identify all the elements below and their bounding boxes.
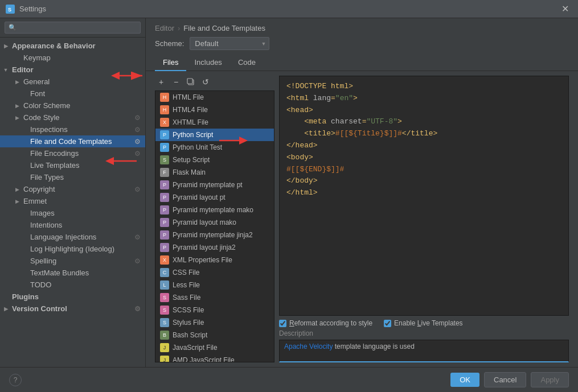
sidebar-item-appearance[interactable]: Appearance & Behavior [0,40,145,52]
list-item[interactable]: J JavaScript File [155,341,274,354]
sidebar-item-label: Color Scheme [23,101,70,110]
sidebar-item-copyright[interactable]: Copyright ⚙ [0,183,145,195]
tab-code[interactable]: Code [230,55,264,71]
apache-velocity-link[interactable]: Apache Velocity [284,343,333,350]
search-input-wrapper[interactable]: 🔍 [5,22,141,34]
sidebar-item-emmet[interactable]: Emmet [0,195,145,207]
file-item-label: Sass File [173,294,200,302]
file-list-toolbar: + − ↺ [155,76,274,88]
svg-text:S: S [8,7,11,13]
list-item[interactable]: S Stylus File [155,316,274,329]
list-item[interactable]: S SCSS File [155,304,274,316]
settings-icon: ⚙ [134,138,141,146]
live-templates-checkbox[interactable] [384,320,391,327]
code-line: </html> [286,187,561,199]
list-item[interactable]: F Flask Main [155,166,274,179]
remove-template-button[interactable]: − [170,76,182,88]
sidebar-item-images[interactable]: Images [0,207,145,219]
svg-rect-3 [187,79,192,84]
settings-icon: ⚙ [134,257,141,265]
bottom-bar: ? OK Cancel Apply [0,367,578,392]
code-line: <html lang="en"> [286,93,561,105]
live-templates-checkbox-item[interactable]: Enable Live Templates [384,319,463,327]
expand-arrow-emmet [14,198,21,205]
sidebar-item-textmate[interactable]: TextMate Bundles [0,267,145,279]
file-icon-less: L [160,280,169,290]
list-item[interactable]: J AMD JavaScript File [155,354,274,362]
help-button[interactable]: ? [9,374,22,386]
list-item[interactable]: P Pyramid layout jinja2 [155,241,274,254]
expand-arrow-vc [2,306,9,312]
sidebar-item-file-code-templates[interactable]: File and Code Templates ⚙ [0,135,145,147]
code-line: <meta charset="UTF-8"> [286,116,561,128]
sidebar-item-code-style[interactable]: Code Style ⚙ [0,112,145,123]
file-icon-js: J [160,343,169,352]
sidebar-item-plugins[interactable]: Plugins [0,291,145,303]
sidebar-item-general[interactable]: General [0,76,145,88]
settings-icon: ⚙ [134,114,141,122]
sidebar-item-log-highlighting[interactable]: Log Highlighting (Ideolog) [0,243,145,255]
reset-template-button[interactable]: ↺ [199,76,212,88]
tab-files[interactable]: Files [155,55,186,71]
list-item[interactable]: P Pyramid mytemplate pt [155,179,274,191]
sidebar-item-font[interactable]: Font [0,88,145,100]
settings-icon: ⚙ [134,185,141,193]
apply-button[interactable]: Apply [531,372,569,387]
copy-template-button[interactable] [185,76,197,88]
content-split: + − ↺ H HT [146,71,578,367]
tabs-bar: Files Includes Code [146,55,578,71]
list-item[interactable]: H HTML4 File [155,104,274,116]
ok-button[interactable]: OK [450,373,479,387]
list-item[interactable]: P Pyramid layout mako [155,216,274,229]
sidebar-item-color-scheme[interactable]: Color Scheme [0,100,145,112]
sidebar-item-version-control[interactable]: Version Control ⚙ [0,303,145,315]
sidebar-item-keymap[interactable]: Keymap [0,52,145,64]
expand-arrow-color-scheme [14,102,21,109]
sidebar-item-file-types[interactable]: File Types [0,171,145,183]
cancel-button[interactable]: Cancel [484,372,526,387]
live-templates-label: Enable Live Templates [394,319,463,327]
list-item[interactable]: B Bash Script [155,329,274,341]
list-item[interactable]: S Sass File [155,291,274,304]
sidebar-item-label: Images [30,209,55,217]
code-line: </head> [286,140,561,152]
list-item[interactable]: P Python Script [155,129,274,141]
sidebar-item-label: Language Injections [30,233,96,241]
list-item[interactable]: P Pyramid layout pt [155,191,274,204]
sidebar-item-todo[interactable]: TODO [0,279,145,291]
list-item[interactable]: P Pyramid mytemplate mako [155,204,274,216]
list-item[interactable]: X XHTML File [155,116,274,129]
tab-includes[interactable]: Includes [186,55,229,71]
reformat-checkbox-item[interactable]: Reformat according to style [279,319,372,327]
sidebar-item-editor[interactable]: Editor [0,64,145,76]
window-title: Settings [19,5,554,13]
file-icon-amd: J [160,356,169,362]
list-item[interactable]: X XML Properties File [155,254,274,266]
breadcrumb-editor: Editor [155,24,174,32]
code-editor[interactable]: <!DOCTYPE html> <html lang="en"> <head> … [279,76,569,316]
list-item[interactable]: L Less File [155,279,274,291]
list-item[interactable]: C CSS File [155,266,274,279]
scheme-row: Scheme: Default Project [146,37,578,55]
sidebar-item-label: General [23,77,50,86]
file-icon-pyramid: P [160,205,169,214]
sidebar-item-live-templates[interactable]: Live Templates [0,159,145,171]
sidebar-item-intentions[interactable]: Intentions [0,219,145,231]
sidebar-item-label: Intentions [30,221,62,229]
sidebar-item-spelling[interactable]: Spelling ⚙ [0,255,145,267]
reformat-checkbox[interactable] [279,320,286,327]
file-item-label: Python Script [173,131,213,139]
list-item[interactable]: P Pyramid mytemplate jinja2 [155,229,274,241]
scheme-select[interactable]: Default Project [190,37,269,50]
close-button[interactable]: ✕ [558,2,572,15]
list-item[interactable]: P Python Unit Test [155,141,274,154]
code-line: <!DOCTYPE html> [286,81,561,93]
add-template-button[interactable]: + [155,76,167,88]
sidebar-item-lang-injections[interactable]: Language Injections ⚙ [0,231,145,243]
expand-arrow-editor [2,67,9,73]
file-icon-css: C [160,268,169,277]
list-item[interactable]: S Setup Script [155,154,274,166]
sidebar-item-file-encodings[interactable]: File Encodings ⚙ [0,147,145,159]
sidebar-item-inspections[interactable]: Inspections ⚙ [0,123,145,135]
list-item[interactable]: H HTML File [155,91,274,104]
